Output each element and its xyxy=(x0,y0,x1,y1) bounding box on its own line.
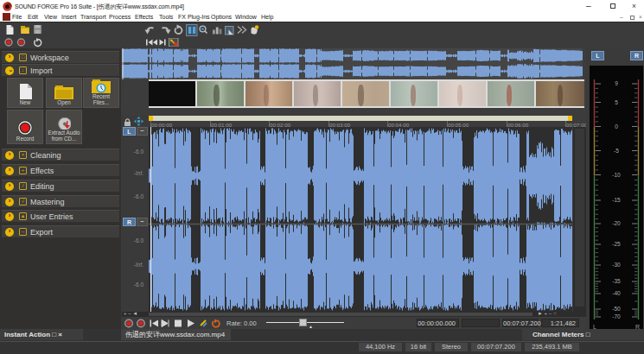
svg-text:-35: -35 xyxy=(612,278,621,284)
svg-text:-40: -40 xyxy=(612,290,621,296)
svg-text:5: 5 xyxy=(615,99,618,105)
svg-text:0: 0 xyxy=(615,123,618,130)
svg-text:-30: -30 xyxy=(612,262,621,268)
svg-text:-5: -5 xyxy=(614,148,619,154)
svg-text:9: 9 xyxy=(615,80,618,86)
svg-text:-10: -10 xyxy=(612,172,621,178)
svg-text:-70: -70 xyxy=(612,313,621,319)
svg-text:-20: -20 xyxy=(612,220,621,226)
svg-text:-50: -50 xyxy=(612,306,621,312)
svg-text:-25: -25 xyxy=(612,241,621,247)
svg-text:-15: -15 xyxy=(612,197,621,203)
